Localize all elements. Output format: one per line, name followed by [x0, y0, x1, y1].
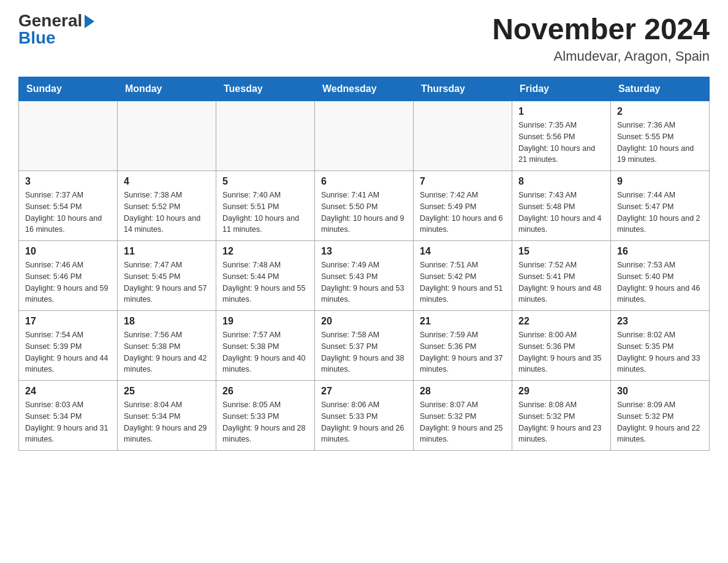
day-info: Sunrise: 7:58 AMSunset: 5:37 PMDaylight:… [321, 329, 407, 375]
calendar-cell [414, 101, 512, 171]
calendar-cell: 1Sunrise: 7:35 AMSunset: 5:56 PMDaylight… [512, 101, 611, 171]
day-info: Sunrise: 7:42 AMSunset: 5:49 PMDaylight:… [420, 190, 506, 236]
logo-blue-text: Blue [18, 29, 56, 47]
day-number: 6 [321, 176, 407, 187]
day-info: Sunrise: 7:41 AMSunset: 5:50 PMDaylight:… [321, 190, 407, 236]
day-number: 19 [222, 316, 308, 327]
calendar-cell: 22Sunrise: 8:00 AMSunset: 5:36 PMDayligh… [512, 311, 611, 381]
day-number: 30 [617, 386, 703, 397]
calendar-cell: 7Sunrise: 7:42 AMSunset: 5:49 PMDaylight… [414, 171, 512, 241]
calendar-cell: 25Sunrise: 8:04 AMSunset: 5:34 PMDayligh… [118, 381, 216, 451]
day-number: 5 [222, 176, 308, 187]
calendar-cell: 29Sunrise: 8:08 AMSunset: 5:32 PMDayligh… [512, 381, 611, 451]
day-number: 13 [321, 246, 407, 257]
day-info: Sunrise: 8:00 AMSunset: 5:36 PMDaylight:… [518, 329, 604, 375]
day-number: 28 [420, 386, 506, 397]
day-number: 12 [222, 246, 308, 257]
calendar-cell: 12Sunrise: 7:48 AMSunset: 5:44 PMDayligh… [216, 241, 315, 311]
calendar-cell: 11Sunrise: 7:47 AMSunset: 5:45 PMDayligh… [118, 241, 216, 311]
day-info: Sunrise: 7:48 AMSunset: 5:44 PMDaylight:… [222, 259, 308, 305]
calendar-cell: 23Sunrise: 8:02 AMSunset: 5:35 PMDayligh… [611, 311, 710, 381]
day-info: Sunrise: 7:40 AMSunset: 5:51 PMDaylight:… [222, 190, 308, 236]
calendar-cell: 20Sunrise: 7:58 AMSunset: 5:37 PMDayligh… [315, 311, 414, 381]
week-row-3: 10Sunrise: 7:46 AMSunset: 5:46 PMDayligh… [19, 241, 710, 311]
day-number: 10 [25, 246, 111, 257]
day-info: Sunrise: 7:46 AMSunset: 5:46 PMDaylight:… [25, 259, 111, 305]
location-title: Almudevar, Aragon, Spain [492, 48, 710, 64]
calendar-cell [118, 101, 216, 171]
day-info: Sunrise: 7:53 AMSunset: 5:40 PMDaylight:… [617, 259, 703, 305]
day-info: Sunrise: 7:35 AMSunset: 5:56 PMDaylight:… [518, 120, 604, 166]
day-info: Sunrise: 7:47 AMSunset: 5:45 PMDaylight:… [124, 259, 210, 305]
calendar-cell [315, 101, 414, 171]
calendar-cell: 24Sunrise: 8:03 AMSunset: 5:34 PMDayligh… [19, 381, 118, 451]
day-number: 7 [420, 176, 506, 187]
calendar-cell: 9Sunrise: 7:44 AMSunset: 5:47 PMDaylight… [611, 171, 710, 241]
calendar-cell: 19Sunrise: 7:57 AMSunset: 5:38 PMDayligh… [216, 311, 315, 381]
day-number: 17 [25, 316, 111, 327]
calendar-cell: 10Sunrise: 7:46 AMSunset: 5:46 PMDayligh… [19, 241, 118, 311]
day-number: 18 [124, 316, 210, 327]
calendar-cell: 4Sunrise: 7:38 AMSunset: 5:52 PMDaylight… [118, 171, 216, 241]
weekday-header-monday: Monday [118, 77, 216, 101]
weekday-header-thursday: Thursday [414, 77, 512, 101]
calendar-cell: 6Sunrise: 7:41 AMSunset: 5:50 PMDaylight… [315, 171, 414, 241]
day-info: Sunrise: 7:37 AMSunset: 5:54 PMDaylight:… [25, 190, 111, 236]
day-info: Sunrise: 7:49 AMSunset: 5:43 PMDaylight:… [321, 259, 407, 305]
day-info: Sunrise: 8:07 AMSunset: 5:32 PMDaylight:… [420, 399, 506, 445]
calendar-cell: 16Sunrise: 7:53 AMSunset: 5:40 PMDayligh… [611, 241, 710, 311]
title-block: November 2024 Almudevar, Aragon, Spain [492, 12, 710, 64]
calendar-cell: 15Sunrise: 7:52 AMSunset: 5:41 PMDayligh… [512, 241, 611, 311]
calendar-cell: 3Sunrise: 7:37 AMSunset: 5:54 PMDaylight… [19, 171, 118, 241]
day-info: Sunrise: 7:51 AMSunset: 5:42 PMDaylight:… [420, 259, 506, 305]
day-info: Sunrise: 8:04 AMSunset: 5:34 PMDaylight:… [124, 399, 210, 445]
day-number: 23 [617, 316, 703, 327]
day-info: Sunrise: 7:57 AMSunset: 5:38 PMDaylight:… [222, 329, 308, 375]
week-row-2: 3Sunrise: 7:37 AMSunset: 5:54 PMDaylight… [19, 171, 710, 241]
weekday-header-sunday: Sunday [19, 77, 118, 101]
day-info: Sunrise: 8:06 AMSunset: 5:33 PMDaylight:… [321, 399, 407, 445]
day-info: Sunrise: 7:38 AMSunset: 5:52 PMDaylight:… [124, 190, 210, 236]
week-row-1: 1Sunrise: 7:35 AMSunset: 5:56 PMDaylight… [19, 101, 710, 171]
calendar-cell: 28Sunrise: 8:07 AMSunset: 5:32 PMDayligh… [414, 381, 512, 451]
calendar-table: SundayMondayTuesdayWednesdayThursdayFrid… [18, 77, 710, 451]
day-info: Sunrise: 7:59 AMSunset: 5:36 PMDaylight:… [420, 329, 506, 375]
day-number: 14 [420, 246, 506, 257]
weekday-header-friday: Friday [512, 77, 611, 101]
day-number: 11 [124, 246, 210, 257]
week-row-5: 24Sunrise: 8:03 AMSunset: 5:34 PMDayligh… [19, 381, 710, 451]
day-info: Sunrise: 7:44 AMSunset: 5:47 PMDaylight:… [617, 190, 703, 236]
calendar-cell: 21Sunrise: 7:59 AMSunset: 5:36 PMDayligh… [414, 311, 512, 381]
day-number: 25 [124, 386, 210, 397]
day-number: 21 [420, 316, 506, 327]
calendar-cell: 2Sunrise: 7:36 AMSunset: 5:55 PMDaylight… [611, 101, 710, 171]
weekday-header-wednesday: Wednesday [315, 77, 414, 101]
day-info: Sunrise: 7:43 AMSunset: 5:48 PMDaylight:… [518, 190, 604, 236]
day-number: 29 [518, 386, 604, 397]
day-number: 26 [222, 386, 308, 397]
calendar-cell: 5Sunrise: 7:40 AMSunset: 5:51 PMDaylight… [216, 171, 315, 241]
day-info: Sunrise: 8:05 AMSunset: 5:33 PMDaylight:… [222, 399, 308, 445]
day-number: 16 [617, 246, 703, 257]
day-info: Sunrise: 8:09 AMSunset: 5:32 PMDaylight:… [617, 399, 703, 445]
calendar-cell: 27Sunrise: 8:06 AMSunset: 5:33 PMDayligh… [315, 381, 414, 451]
logo-general-text: General [18, 12, 82, 29]
day-number: 1 [518, 106, 604, 117]
month-title: November 2024 [492, 12, 710, 46]
day-info: Sunrise: 7:56 AMSunset: 5:38 PMDaylight:… [124, 329, 210, 375]
logo: General Blue [18, 12, 94, 47]
day-number: 9 [617, 176, 703, 187]
weekday-header-tuesday: Tuesday [216, 77, 315, 101]
calendar-cell: 18Sunrise: 7:56 AMSunset: 5:38 PMDayligh… [118, 311, 216, 381]
day-info: Sunrise: 7:52 AMSunset: 5:41 PMDaylight:… [518, 259, 604, 305]
calendar-cell [19, 101, 118, 171]
calendar-cell: 26Sunrise: 8:05 AMSunset: 5:33 PMDayligh… [216, 381, 315, 451]
day-info: Sunrise: 7:36 AMSunset: 5:55 PMDaylight:… [617, 120, 703, 166]
day-info: Sunrise: 8:08 AMSunset: 5:32 PMDaylight:… [518, 399, 604, 445]
weekday-header-saturday: Saturday [611, 77, 710, 101]
day-number: 20 [321, 316, 407, 327]
day-info: Sunrise: 8:03 AMSunset: 5:34 PMDaylight:… [25, 399, 111, 445]
day-number: 2 [617, 106, 703, 117]
day-info: Sunrise: 8:02 AMSunset: 5:35 PMDaylight:… [617, 329, 703, 375]
calendar-cell: 14Sunrise: 7:51 AMSunset: 5:42 PMDayligh… [414, 241, 512, 311]
